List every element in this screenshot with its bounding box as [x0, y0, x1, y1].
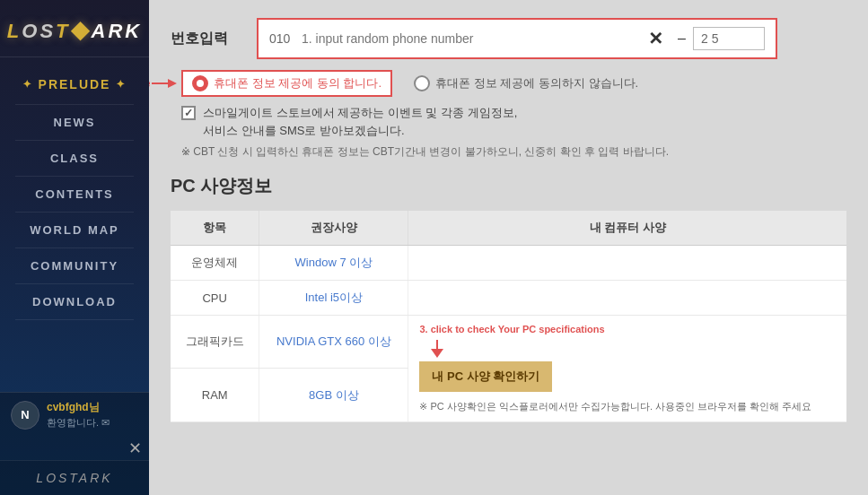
svg-marker-1	[168, 79, 177, 88]
radio-disagree-option[interactable]: 휴대폰 정보 제공에 동의하지 않습니다.	[414, 75, 638, 91]
agree-section: 2. agree 휴대폰 정보 제공에 동의 합니다. 휴대폰 정보 제공에 동…	[171, 70, 846, 160]
spec-rec-ram: 8GB 이상	[259, 369, 408, 421]
nav-section: ✦ PRELUDE ✦ NEWS CLASS CONTENTS WORLD MA…	[0, 57, 149, 392]
nav-divider-2	[15, 140, 135, 141]
sidebar-item-prelude[interactable]: ✦ PRELUDE ✦	[0, 66, 149, 102]
radio-row: 2. agree 휴대폰 정보 제공에 동의 합니다. 휴대폰 정보 제공에 동…	[171, 70, 846, 97]
sidebar-item-community[interactable]: COMMUNITY	[0, 250, 149, 282]
checkbox-row: ✓ 스마일게이트 스토브에서 제공하는 이벤트 및 각종 게임정보, 서비스 안…	[171, 104, 846, 139]
sidebar-item-download[interactable]: DOWNLOAD	[0, 286, 149, 317]
table-row: 그래픽카드 NVIDIA GTX 660 이상 3. click to chec…	[171, 316, 846, 369]
spec-table: 항목 권장사양 내 컴퓨터 사양 운영체제 Window 7 이상 CPU In…	[171, 211, 846, 422]
radio-disagree-label: 휴대폰 정보 제공에 동의하지 않습니다.	[435, 75, 638, 91]
star-right-icon: ✦	[116, 78, 127, 91]
spec-my-os	[408, 246, 846, 281]
nav-divider-3	[15, 176, 135, 177]
nav-divider-6	[15, 283, 135, 284]
sidebar-item-world-map[interactable]: WORLD MAP	[0, 214, 149, 246]
star-left-icon: ✦	[22, 78, 33, 91]
annotation-3: 3. click to check Your PC specifications	[419, 323, 604, 336]
phone-section: 번호입력 010 ✕ –	[171, 18, 846, 59]
checkbox-check-icon: ✓	[184, 107, 193, 119]
sidebar-close-icon[interactable]: ✕	[128, 440, 142, 456]
spec-rec-os: Window 7 이상	[259, 246, 408, 281]
check-pc-button[interactable]: 내 PC 사양 확인하기	[419, 361, 552, 392]
nav-divider-7	[15, 319, 135, 320]
spec-my-cpu	[408, 281, 846, 316]
checkbox-text: 스마일게이트 스토브에서 제공하는 이벤트 및 각종 게임정보, 서비스 안내를…	[203, 104, 517, 139]
user-name: cvbfghd님	[47, 400, 138, 415]
spec-rec-gpu: NVIDIA GTX 660 이상	[259, 316, 408, 369]
radio-agree-indicator	[192, 75, 208, 91]
my-col-content: 3. click to check Your PC specifications…	[419, 323, 836, 414]
radio-agree-label: 휴대폰 정보 제공에 동의 합니다.	[214, 75, 381, 91]
sidebar-item-class[interactable]: CLASS	[0, 143, 149, 174]
table-row: CPU Intel i5이상	[171, 281, 846, 316]
logo: Lost◆ARK	[7, 16, 142, 44]
pc-spec-note: ※ PC 사양확인은 익스플로러에서만 수집가능합니다. 사용중인 브라우저를 …	[419, 399, 811, 414]
phone-clear-button[interactable]: ✕	[641, 28, 671, 49]
spec-my-gpu: 3. click to check Your PC specifications…	[408, 316, 846, 422]
table-row: 운영체제 Window 7 이상	[171, 246, 846, 281]
user-info: cvbfghd님 환영합니다. ✉	[47, 400, 138, 430]
agree-annotation: 2. agree	[149, 76, 179, 91]
radio-agree-option[interactable]: 휴대폰 정보 제공에 동의 합니다.	[181, 70, 392, 97]
pc-spec-section: PC 사양정보 항목 권장사양 내 컴퓨터 사양 운영체제 Window 7 이…	[171, 174, 846, 422]
phone-last-input[interactable]	[693, 27, 765, 50]
arrow-right-icon	[152, 76, 179, 91]
user-area: N cvbfghd님 환영합니다. ✉	[0, 392, 149, 437]
main-content: 번호입력 010 ✕ – 2. agree 휴대폰 정보 제공에 동의 합니다.	[149, 0, 868, 495]
logo-area: Lost◆ARK	[0, 0, 149, 57]
phone-prefix: 010	[269, 31, 294, 46]
sidebar: Lost◆ARK ✦ PRELUDE ✦ NEWS CLASS CONTENTS…	[0, 0, 149, 495]
col-rec: 권장사양	[259, 211, 408, 246]
phone-label: 번호입력	[171, 30, 242, 48]
sidebar-bottom-logo: LostArk	[0, 460, 149, 495]
nav-divider-5	[15, 248, 135, 248]
sms-checkbox[interactable]: ✓	[181, 106, 196, 120]
col-item: 항목	[171, 211, 259, 246]
nav-divider-4	[15, 212, 135, 213]
phone-input-container: 010 ✕ –	[257, 18, 777, 59]
spec-item-cpu: CPU	[171, 281, 259, 316]
spec-rec-cpu: Intel i5이상	[259, 281, 408, 316]
nav-divider-1	[15, 104, 135, 105]
phone-middle-input[interactable]	[302, 31, 634, 46]
sidebar-item-news[interactable]: NEWS	[0, 107, 149, 138]
spec-item-gpu: 그래픽카드	[171, 316, 259, 369]
svg-marker-3	[431, 349, 443, 358]
user-greeting: 환영합니다. ✉	[47, 416, 138, 430]
arrow-down-icon	[419, 340, 455, 358]
phone-dash: –	[678, 30, 686, 47]
avatar: N	[11, 401, 39, 430]
phone-note: ※ CBT 신청 시 입력하신 휴대폰 정보는 CBT기간내 변경이 불가하오니…	[171, 144, 846, 160]
logo-lost: L	[7, 20, 22, 42]
pc-spec-title: PC 사양정보	[171, 174, 846, 198]
col-my: 내 컴퓨터 사양	[408, 211, 846, 246]
radio-disagree-indicator	[414, 75, 430, 91]
sidebar-item-contents[interactable]: CONTENTS	[0, 178, 149, 210]
spec-item-ram: RAM	[171, 369, 259, 421]
spec-table-header: 항목 권장사양 내 컴퓨터 사양	[171, 211, 846, 246]
spec-item-os: 운영체제	[171, 246, 259, 281]
